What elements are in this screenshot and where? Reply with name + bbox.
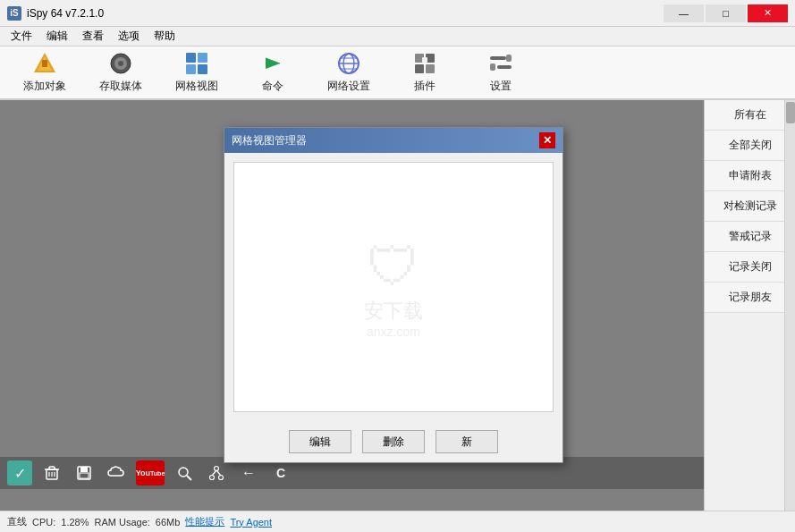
menu-view[interactable]: 查看 [75, 27, 111, 46]
settings-icon [488, 51, 513, 76]
status-bar: 直线 CPU: 1.28% RAM Usage: 66Mb 性能提示 Try A… [0, 511, 795, 532]
toolbar-grid-view-label: 网格视图 [175, 79, 218, 94]
app-icon: iS [7, 6, 21, 21]
svg-rect-8 [186, 64, 196, 74]
perf-link[interactable]: 性能提示 [185, 515, 224, 528]
modal-new-button[interactable]: 新 [436, 430, 498, 453]
svg-rect-23 [506, 55, 512, 62]
modal-footer: 编辑 删除 新 [224, 421, 562, 462]
svg-point-5 [118, 61, 123, 66]
svg-rect-6 [186, 53, 196, 63]
cpu-value: 1.28% [61, 517, 89, 528]
modal-watermark-text: 安下载 [364, 298, 423, 325]
toolbar-settings[interactable]: 设置 [465, 49, 537, 96]
toolbar-plugins-label: 插件 [414, 79, 436, 94]
toolbar-plugins[interactable]: 插件 [389, 49, 461, 96]
modal-watermark-sub: anxz.com [364, 325, 423, 339]
svg-rect-25 [497, 65, 512, 69]
modal-body: 🛡 安下载 anxz.com [233, 162, 554, 412]
ram-label: RAM Usage: [94, 517, 149, 528]
try-agent-link[interactable]: Try Agent [230, 517, 272, 528]
minimize-button[interactable]: — [664, 4, 704, 22]
svg-marker-10 [266, 58, 280, 69]
grid-view-manager-dialog: 网格视图管理器 ✕ 🛡 安下载 anxz.com 编辑 删除 新 [224, 127, 563, 463]
toolbar-grid-view[interactable]: 网格视图 [161, 49, 233, 96]
svg-rect-24 [490, 63, 495, 71]
toolbar-media-access-label: 存取媒体 [99, 79, 142, 94]
svg-rect-9 [198, 64, 207, 74]
modal-close-button[interactable]: ✕ [539, 132, 555, 148]
modal-watermark-icon: 🛡 [364, 236, 423, 298]
title-bar: iS iSpy 64 v7.2.1.0 — □ ✕ [0, 0, 795, 27]
svg-rect-21 [422, 57, 427, 63]
menu-options[interactable]: 选项 [111, 27, 147, 46]
svg-rect-2 [42, 60, 47, 67]
command-icon [260, 51, 285, 76]
app-title: iSpy 64 v7.2.1.0 [27, 7, 664, 20]
toolbar: 添加对象 存取媒体 网格视图 命令 [0, 46, 795, 100]
media-access-icon [108, 51, 133, 76]
modal-title: 网格视图管理器 [232, 133, 539, 148]
toolbar-command[interactable]: 命令 [237, 49, 309, 96]
svg-rect-19 [415, 64, 424, 73]
toolbar-add-object[interactable]: 添加对象 [9, 49, 80, 96]
cpu-label: CPU: [32, 517, 55, 528]
modal-overlay: 网格视图管理器 ✕ 🛡 安下载 anxz.com 编辑 删除 新 [0, 100, 795, 511]
modal-titlebar: 网格视图管理器 ✕ [224, 128, 562, 153]
main-area: 🛡 安下载 anxz.com ✓ YouTube ← C 所有在 全部关闭 申请… [0, 100, 795, 511]
window-controls: — □ ✕ [664, 4, 788, 22]
status-label: 直线 [7, 515, 27, 528]
add-object-icon [32, 51, 57, 76]
toolbar-command-label: 命令 [262, 79, 283, 94]
modal-watermark: 🛡 安下载 anxz.com [364, 236, 423, 339]
toolbar-network-settings-label: 网络设置 [327, 79, 370, 94]
toolbar-media-access[interactable]: 存取媒体 [85, 49, 156, 96]
maximize-button[interactable]: □ [706, 4, 746, 22]
plugins-icon [412, 51, 437, 76]
menu-bar: 文件 编辑 查看 选项 帮助 [0, 27, 795, 46]
grid-view-icon [184, 51, 209, 76]
close-button[interactable]: ✕ [748, 4, 788, 22]
toolbar-network-settings[interactable]: 网络设置 [313, 49, 385, 96]
modal-edit-button[interactable]: 编辑 [289, 430, 351, 453]
ram-value: 66Mb [156, 517, 181, 528]
svg-rect-22 [490, 56, 506, 60]
network-settings-icon [336, 51, 361, 76]
menu-edit[interactable]: 编辑 [39, 27, 75, 46]
toolbar-settings-label: 设置 [490, 79, 512, 94]
toolbar-add-object-label: 添加对象 [23, 79, 66, 94]
menu-file[interactable]: 文件 [4, 27, 39, 46]
modal-delete-button[interactable]: 删除 [362, 430, 425, 453]
svg-rect-20 [426, 64, 435, 73]
menu-help[interactable]: 帮助 [147, 27, 182, 46]
svg-rect-7 [198, 53, 207, 63]
